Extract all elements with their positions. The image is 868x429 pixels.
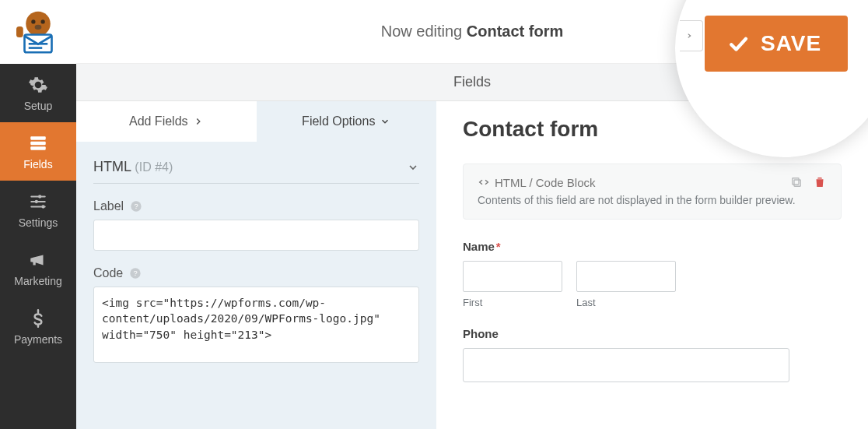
editing-label: Now editing Contact form [381,23,564,40]
phone-field[interactable]: Phone [463,327,842,382]
svg-rect-19 [793,178,799,185]
form-name: Contact form [467,23,563,40]
code-textarea[interactable] [93,287,419,363]
nav-payments[interactable]: Payments [0,297,76,356]
editing-prefix: Now editing [381,23,467,40]
svg-point-3 [35,25,42,30]
check-icon [726,32,750,55]
label-field-label: Label [93,199,124,213]
label-input[interactable] [93,220,419,251]
chevron-down-icon [380,116,390,127]
sidebar: Setup Fields Settings Marketing Payments [0,0,76,429]
tab-add-fields[interactable]: Add Fields [76,101,257,142]
first-sublabel: First [463,297,562,308]
embed-button[interactable] [680,20,703,51]
svg-rect-5 [29,43,48,45]
nav-label: Payments [14,333,62,346]
svg-rect-7 [16,26,23,37]
save-button[interactable]: SAVE [705,16,848,72]
form-icon [28,133,48,153]
svg-point-2 [41,19,45,23]
code-icon [478,176,490,188]
section-type: HTML [93,159,131,174]
phone-label: Phone [463,327,499,340]
svg-point-12 [35,199,38,202]
name-field[interactable]: Name* First Last [463,240,842,308]
nav-setup[interactable]: Setup [0,64,76,122]
required-asterisk: * [496,240,501,253]
html-block-title: HTML / Code Block [495,176,596,189]
svg-rect-9 [30,141,46,144]
svg-rect-18 [794,180,800,186]
phone-input[interactable] [463,348,789,382]
dollar-icon [28,308,48,329]
name-label: Name [463,240,495,253]
svg-text:?: ? [134,269,138,277]
nav-label: Settings [19,216,58,229]
svg-rect-6 [29,47,43,49]
logo [0,0,76,64]
svg-point-11 [38,195,41,198]
duplicate-icon[interactable] [789,175,803,189]
svg-text:?: ? [135,202,138,210]
wpforms-logo-icon [11,5,65,59]
nav-fields[interactable]: Fields [0,122,76,181]
nav-label: Setup [24,100,53,112]
code-field-label: Code [93,266,123,280]
nav-label: Fields [23,158,52,171]
nav-label: Marketing [14,275,61,287]
help-icon[interactable]: ? [129,267,142,280]
code-icon [681,30,692,41]
main-column: Now editing Contact form Fields Add Fiel… [76,0,868,429]
tab-label: Field Options [302,114,375,128]
save-label: SAVE [761,31,821,56]
svg-rect-8 [30,136,46,139]
fields-header-text: Fields [453,74,491,90]
save-highlight: SAVE ✕ [675,0,868,157]
gear-icon [28,75,48,95]
section-id: (ID #4) [135,160,173,174]
last-name-input[interactable] [576,261,676,292]
nav-marketing[interactable]: Marketing [0,239,76,297]
section-toggle[interactable]: HTML (ID #4) [93,159,419,184]
html-code-block[interactable]: HTML / Code Block Contents of this field… [463,164,842,220]
last-sublabel: Last [576,297,676,308]
svg-point-13 [41,205,44,208]
chevron-right-icon [193,116,204,127]
nav-settings[interactable]: Settings [0,181,76,239]
sliders-icon [28,192,48,212]
options-panel: Add Fields Field Options HTML (ID #4) [76,101,436,429]
tab-field-options[interactable]: Field Options [257,101,437,142]
html-block-desc: Contents of this field are not displayed… [478,194,827,206]
first-name-input[interactable] [463,261,562,292]
trash-icon[interactable] [813,175,827,189]
help-icon[interactable]: ? [130,200,142,213]
tab-label: Add Fields [129,114,188,128]
svg-point-1 [31,19,35,23]
svg-rect-10 [30,146,46,149]
chevron-down-icon [407,161,419,174]
svg-point-0 [26,12,51,37]
megaphone-icon [28,250,48,270]
